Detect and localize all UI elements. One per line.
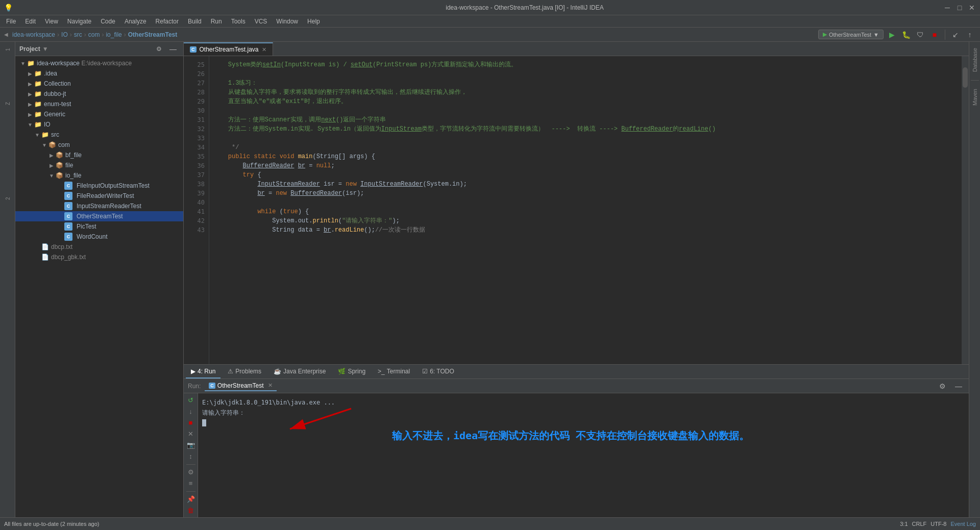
menu-navigate[interactable]: Navigate xyxy=(63,17,95,26)
tree-label: idea-workspace E:\idea-workspace xyxy=(37,60,132,67)
tab-todo[interactable]: ☑ 6: TODO xyxy=(417,365,459,378)
tree-item-src[interactable]: ▼ 📁 src xyxy=(15,130,183,140)
status-message: All files are up-to-date (2 minutes ago) xyxy=(4,521,99,527)
tree-item-collection[interactable]: ▶ 📁 Collection xyxy=(15,79,183,89)
tree-item-otherstream[interactable]: C OtherStreamTest xyxy=(15,211,183,221)
code-line-43: String data = br.readLine();//一次读一行数据 xyxy=(213,225,962,235)
git-button[interactable]: ↙ xyxy=(949,29,962,41)
del-btn[interactable]: 🗑 xyxy=(185,506,197,515)
menu-analyze[interactable]: Analyze xyxy=(120,17,151,26)
maximize-button[interactable]: □ xyxy=(955,4,964,12)
breadcrumb-class[interactable]: OtherStreamTest xyxy=(128,31,177,38)
stop-button[interactable]: ■ xyxy=(928,29,941,41)
tree-item-bffile[interactable]: ▶ 📦 bf_file xyxy=(15,150,183,160)
favorites-icon[interactable]: 2 xyxy=(2,193,13,204)
tab-run[interactable]: ▶ 4: Run xyxy=(186,365,220,378)
tab-run-label: 4: Run xyxy=(198,368,215,375)
git-commit[interactable]: ↑ xyxy=(964,29,976,41)
tab-problems[interactable]: ⚠ Problems xyxy=(223,365,266,378)
menu-view[interactable]: View xyxy=(41,17,62,26)
menu-help[interactable]: Help xyxy=(303,17,324,26)
tree-item-file[interactable]: ▶ 📦 file xyxy=(15,160,183,170)
project-icon[interactable]: 1 xyxy=(2,44,13,55)
close-button[interactable]: ✕ xyxy=(968,4,976,12)
menu-window[interactable]: Window xyxy=(272,17,302,26)
run-close-button[interactable]: ✕ xyxy=(268,382,273,389)
tree-item-dbcp[interactable]: 📄 dbcp.txt xyxy=(15,242,183,252)
tree-item-generic[interactable]: ▶ 📁 Generic xyxy=(15,109,183,119)
run-with-coverage[interactable]: 🛡 xyxy=(914,29,926,41)
tree-item-inputstream[interactable]: C InputStreamReaderTest xyxy=(15,201,183,211)
menu-tools[interactable]: Tools xyxy=(227,17,250,26)
breadcrumb-io-file[interactable]: io_file xyxy=(106,31,121,38)
tree-item-wordcount[interactable]: C WordCount xyxy=(15,232,183,242)
breadcrumb-src[interactable]: src xyxy=(74,31,82,38)
menu-build[interactable]: Build xyxy=(184,17,206,26)
folder-icon: 📁 xyxy=(34,80,42,88)
tree-label: src xyxy=(51,131,59,138)
panel-collapse[interactable]: — xyxy=(167,43,179,55)
cursor-position[interactable]: 3:1 xyxy=(900,521,908,527)
tree-item-root[interactable]: ▼ 📁 idea-workspace E:\idea-workspace xyxy=(15,58,183,68)
tab-spring[interactable]: 🌿 Spring xyxy=(333,365,371,378)
menu-edit[interactable]: Edit xyxy=(21,17,40,26)
tab-terminal[interactable]: >_ Terminal xyxy=(373,365,415,378)
tool-separator xyxy=(186,464,195,465)
run-tab-item[interactable]: C OtherStreamTest ✕ xyxy=(205,381,276,391)
structure-icon[interactable]: Z xyxy=(2,98,13,109)
tree-item-iofile[interactable]: ▼ 📦 io_file xyxy=(15,170,183,181)
charset[interactable]: UTF-8 xyxy=(930,521,946,527)
code-line-30 xyxy=(213,106,962,115)
menu-refactor[interactable]: Refactor xyxy=(152,17,183,26)
editor-scrollbar[interactable] xyxy=(962,56,969,364)
run-button[interactable]: ▶ xyxy=(886,29,898,41)
tree-item-dubbo[interactable]: ▶ 📁 dubbo-jt xyxy=(15,89,183,99)
menu-vcs[interactable]: VCS xyxy=(251,17,272,26)
panel-settings[interactable]: ⚙ xyxy=(153,43,165,55)
wrap-btn[interactable]: ↕ xyxy=(185,452,197,461)
rerun-button[interactable]: ↺ xyxy=(185,395,197,405)
tree-item-enum[interactable]: ▶ 📁 enum-test xyxy=(15,99,183,109)
stop-run-button[interactable]: ■ xyxy=(185,418,197,427)
run-output[interactable]: E:\jdk\jdk1.8.0_191\bin\java.exe ... 请输入… xyxy=(198,393,969,517)
editor-tab-otherstream[interactable]: C OtherStreamTest.java ✕ xyxy=(184,42,273,56)
tree-label: dbcp_gbk.txt xyxy=(51,254,86,261)
run-collapse-btn[interactable]: — xyxy=(952,380,965,392)
code-line-39: br = new BufferedReader(isr); xyxy=(213,189,962,198)
breadcrumb-io[interactable]: IO xyxy=(61,31,68,38)
debug-button[interactable]: 🐛 xyxy=(900,29,912,41)
tree-item-dbcpgbk[interactable]: 📄 dbcp_gbk.txt xyxy=(15,252,183,262)
scrollbar-thumb[interactable] xyxy=(963,67,968,88)
tree-item-com[interactable]: ▼ 📦 com xyxy=(15,140,183,150)
tree-item-io[interactable]: ▼ 📁 IO xyxy=(15,119,183,130)
breadcrumb-com[interactable]: com xyxy=(88,31,100,38)
settings-run[interactable]: ⚙ xyxy=(185,468,197,477)
close-run[interactable]: ✕ xyxy=(185,429,197,438)
minimize-button[interactable]: ─ xyxy=(943,4,951,12)
menu-run[interactable]: Run xyxy=(207,17,226,26)
scroll-to-end[interactable]: ↓ xyxy=(185,407,197,416)
run-config-name: OtherStreamTest xyxy=(829,32,871,38)
breadcrumb-workspace[interactable]: idea-workspace xyxy=(12,31,55,38)
run-label: Run: xyxy=(188,383,201,390)
run-config-selector[interactable]: ▶ OtherStreamTest ▼ xyxy=(818,30,884,39)
code-content[interactable]: System类的setIn(InputStream is) / setOut(P… xyxy=(209,56,962,364)
event-log[interactable]: Event Log xyxy=(950,521,976,527)
filter-btn[interactable]: ≡ xyxy=(185,479,197,488)
menu-file[interactable]: File xyxy=(2,17,20,26)
tree-item-filereader[interactable]: C FileReaderWriterTest xyxy=(15,191,183,201)
tab-java-enterprise[interactable]: ☕ Java Enterprise xyxy=(268,365,331,378)
tree-item-pictest[interactable]: C PicTest xyxy=(15,221,183,232)
database-label[interactable]: Database xyxy=(972,44,978,76)
pin-btn[interactable]: 📌 xyxy=(185,495,197,504)
maven-label[interactable]: Maven xyxy=(972,85,978,110)
run-settings-btn[interactable]: ⚙ xyxy=(936,380,948,392)
tab-close-button[interactable]: ✕ xyxy=(262,46,266,53)
java-icon: C xyxy=(64,222,72,231)
snapshot-btn[interactable]: 📷 xyxy=(185,441,197,450)
menu-code[interactable]: Code xyxy=(96,17,119,26)
tree-item-fileio[interactable]: C FileInputOutputStreamTest xyxy=(15,181,183,191)
code-line-27: 1.3练习： xyxy=(213,79,962,88)
line-endings[interactable]: CRLF xyxy=(912,521,927,527)
tree-item-idea[interactable]: ▶ 📁 .idea xyxy=(15,68,183,79)
